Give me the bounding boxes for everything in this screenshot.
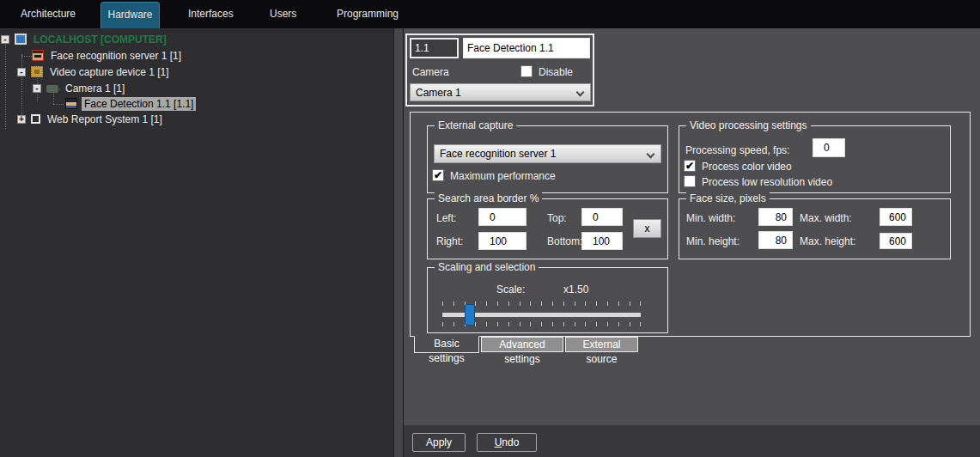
process-color-video-checkbox[interactable] <box>684 160 696 172</box>
camera-select[interactable]: Camera 1 <box>410 83 591 101</box>
tree-connector-line <box>21 56 32 57</box>
camera-select-value: Camera 1 <box>416 87 461 99</box>
chevron-down-icon <box>576 88 585 97</box>
tree-item-web-report-system[interactable]: + Web Report System 1 [1] <box>17 112 165 126</box>
tree-item-label: Video capture device 1 [1] <box>47 65 172 79</box>
collapse-icon[interactable]: - <box>33 84 41 93</box>
face-detection-icon <box>65 98 77 109</box>
tree-item-face-recognition-server[interactable]: Face recognition server 1 [1] <box>32 48 184 63</box>
menu-item-architecture[interactable]: Architecture <box>21 0 76 28</box>
search-area-title: Search area border % <box>435 192 542 204</box>
application-window: Architecture Hardware Interfaces Users P… <box>0 0 980 457</box>
external-capture-title: External capture <box>435 119 516 131</box>
process-lowres-video-checkbox[interactable] <box>684 175 696 187</box>
menu-item-users[interactable]: Users <box>270 0 296 28</box>
tree-item-label: Web Report System 1 [1] <box>45 113 165 126</box>
apply-button[interactable]: Apply <box>412 433 466 452</box>
computer-icon <box>15 34 27 45</box>
right-label: Right: <box>436 235 463 247</box>
video-processing-title: Video processing settings <box>686 119 811 131</box>
max-height-field[interactable] <box>880 233 912 249</box>
min-height-label: Min. height: <box>686 235 740 247</box>
panel-splitter[interactable] <box>393 28 404 457</box>
undo-button[interactable]: Undo <box>477 433 537 452</box>
max-width-label: Max. width: <box>800 212 852 224</box>
left-label: Left: <box>436 212 456 224</box>
tree-item-camera[interactable]: - Camera 1 [1] <box>33 81 127 95</box>
top-menu-bar: Architecture Hardware Interfaces Users P… <box>0 0 980 28</box>
process-lowres-video-label: Process low resolution video <box>702 176 832 188</box>
object-id-field[interactable] <box>410 38 459 58</box>
scaling-title: Scaling and selection <box>435 261 539 273</box>
processing-speed-field[interactable] <box>813 138 845 157</box>
tab-advanced-settings[interactable]: Advanced settings <box>481 337 563 352</box>
tree-item-video-capture-device[interactable]: - Video capture device 1 [1] <box>17 64 172 79</box>
chevron-down-icon <box>647 150 655 159</box>
capture-device-icon <box>31 66 43 77</box>
top-field[interactable] <box>581 208 623 226</box>
camera-label: Camera <box>412 66 449 78</box>
object-name-field[interactable] <box>463 38 590 58</box>
tree-item-localhost[interactable]: - LOCALHOST [COMPUTER] <box>1 32 169 46</box>
min-height-field[interactable] <box>758 231 793 249</box>
bottom-field[interactable] <box>581 232 623 250</box>
maximum-performance-label: Maximum performance <box>450 170 556 182</box>
menu-item-hardware[interactable]: Hardware <box>100 2 160 28</box>
max-width-field[interactable] <box>880 208 912 226</box>
tree-connector-line <box>21 54 22 116</box>
processing-speed-label: Processing speed, fps: <box>685 144 789 156</box>
face-server-icon <box>32 50 44 61</box>
process-color-video-label: Process color video <box>702 161 792 173</box>
hardware-tree-panel: - LOCALHOST [COMPUTER] Face recognition … <box>0 28 393 457</box>
tree-item-face-detection[interactable]: Face Detection 1.1 [1.1] <box>65 96 196 111</box>
disable-label: Disable <box>539 66 573 78</box>
tree-connector-line <box>5 43 6 129</box>
top-label: Top: <box>547 212 567 224</box>
undo-button-label-initial: U <box>495 436 502 448</box>
tree-item-label: Camera 1 [1] <box>63 82 127 95</box>
search-area-group: Search area border % <box>427 198 668 259</box>
tree-connector-line <box>53 104 64 105</box>
menu-item-programming[interactable]: Programming <box>337 0 399 28</box>
left-field[interactable] <box>478 208 527 226</box>
collapse-icon[interactable]: - <box>1 35 9 44</box>
collapse-icon[interactable]: - <box>17 68 26 76</box>
right-field[interactable] <box>478 232 527 250</box>
tree-item-label: LOCALHOST [COMPUTER] <box>31 33 169 46</box>
undo-button-label-rest: ndo <box>502 436 519 448</box>
expand-icon[interactable]: + <box>17 115 26 124</box>
external-capture-server-value: Face recognition server 1 <box>440 148 556 160</box>
external-capture-server-select[interactable]: Face recognition server 1 <box>434 144 661 163</box>
camera-icon <box>46 85 58 93</box>
max-height-label: Max. height: <box>800 235 855 247</box>
face-size-title: Face size, pixels <box>686 192 770 204</box>
disable-checkbox[interactable] <box>520 65 533 77</box>
min-width-field[interactable] <box>758 208 793 226</box>
tab-basic-settings[interactable]: Basic settings <box>414 336 479 353</box>
scale-value: x1.50 <box>563 283 588 296</box>
menu-item-interfaces[interactable]: Interfaces <box>188 0 234 28</box>
tab-external-source[interactable]: External source <box>565 337 638 352</box>
min-width-label: Min. width: <box>686 212 735 224</box>
clear-search-area-button[interactable]: x <box>633 219 661 238</box>
tree-item-label: Face Detection 1.1 [1.1] <box>82 97 196 111</box>
maximum-performance-checkbox[interactable] <box>432 169 444 181</box>
tree-item-label: Face recognition server 1 [1] <box>48 49 184 63</box>
bottom-label: Bottom: <box>547 235 582 247</box>
scale-slider-thumb[interactable] <box>465 304 475 326</box>
scale-label: Scale: <box>496 283 525 296</box>
web-report-icon <box>31 114 40 124</box>
